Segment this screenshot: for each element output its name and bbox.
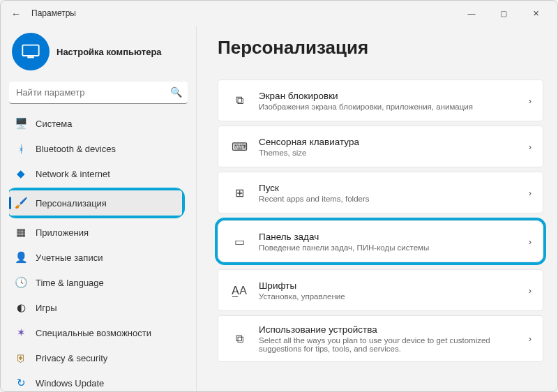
sidebar-item-label: Network & internet — [36, 169, 110, 179]
sidebar-item-10[interactable]: ↻Windows Update — [9, 370, 182, 389]
card-title: Использование устройства — [259, 324, 529, 335]
window-title: Параметры — [31, 8, 76, 18]
card-title: Сенсорная клавиатура — [259, 137, 529, 147]
card-description: Themes, size — [259, 149, 529, 157]
brush-icon: 🖌️ — [15, 197, 27, 209]
settings-card-1[interactable]: ⌨Сенсорная клавиатураThemes, size› — [218, 126, 543, 167]
chevron-right-icon: › — [529, 188, 531, 198]
sidebar-item-3[interactable]: 🖌️Персонализация — [9, 190, 182, 216]
card-description: Установка, управление — [259, 292, 529, 301]
card-title: Шрифты — [259, 280, 529, 291]
chevron-right-icon: › — [529, 96, 531, 106]
search-input[interactable] — [9, 82, 188, 104]
content-area: Персонализация ⧉Экран блокировкиИзображе… — [196, 26, 557, 391]
lock-screen-icon: ⧉ — [229, 94, 249, 107]
card-description: Recent apps and items, folders — [259, 195, 529, 203]
sidebar-item-label: Time & language — [36, 278, 104, 288]
update-icon: ↻ — [15, 377, 27, 389]
sidebar-item-4[interactable]: ▦Приложения — [9, 220, 182, 245]
svg-rect-1 — [27, 56, 33, 58]
settings-card-4[interactable]: A̲AШрифтыУстановка, управление› — [218, 269, 543, 311]
card-description: Select all the ways you plan to use your… — [259, 336, 529, 353]
keyboard-icon: ⌨ — [229, 140, 249, 153]
sidebar-item-label: Учетные записи — [36, 252, 103, 263]
wifi-icon: ◆ — [15, 167, 27, 180]
shield-icon: ⛨ — [15, 352, 27, 364]
sidebar-item-8[interactable]: ✶Специальные возможности — [9, 320, 182, 345]
settings-card-2[interactable]: ⊞ПускRecent apps and items, folders› — [218, 172, 543, 213]
device-usage-icon: ⧉ — [229, 333, 249, 345]
chevron-right-icon: › — [529, 333, 531, 344]
svg-rect-0 — [22, 45, 38, 56]
nav-list: 🖥️СистемаᚼBluetooth & devices◆Network & … — [9, 111, 188, 389]
search-icon: 🔍 — [170, 86, 182, 98]
monitor-icon — [21, 43, 40, 60]
chevron-right-icon: › — [529, 285, 531, 296]
sidebar-item-label: Приложения — [36, 227, 89, 238]
back-button[interactable]: ← — [6, 8, 26, 20]
avatar — [12, 33, 50, 70]
card-description: Изображения экрана блокировки, приложени… — [259, 103, 529, 111]
sidebar-item-label: Система — [36, 119, 72, 129]
settings-card-5[interactable]: ⧉Использование устройстваSelect all the … — [218, 315, 543, 362]
clock-icon: 🕓 — [15, 276, 27, 289]
sidebar-item-label: Игры — [36, 303, 57, 313]
chevron-right-icon: › — [529, 142, 531, 152]
sidebar-item-label: Персонализация — [36, 198, 107, 209]
sidebar-item-9[interactable]: ⛨Privacy & security — [9, 345, 182, 370]
taskbar-icon: ▭ — [229, 235, 249, 248]
sidebar-item-label: Windows Update — [36, 378, 104, 389]
sidebar-item-1[interactable]: ᚼBluetooth & devices — [9, 136, 182, 161]
sidebar-item-6[interactable]: 🕓Time & language — [9, 270, 182, 295]
apps-icon: ▦ — [15, 226, 27, 239]
card-title: Пуск — [259, 183, 529, 193]
search-box[interactable]: 🔍 — [9, 82, 188, 104]
fonts-icon: A̲A — [229, 284, 249, 297]
sidebar-item-5[interactable]: 👤Учетные записи — [9, 245, 182, 270]
start-icon: ⊞ — [229, 186, 249, 199]
titlebar: ← Параметры — ▢ ✕ — [1, 1, 557, 26]
settings-card-3[interactable]: ▭Панель задачПоведение панели задач, ПИН… — [218, 220, 543, 262]
minimize-button[interactable]: — — [455, 9, 488, 17]
sidebar-item-7[interactable]: ◐Игры — [9, 295, 182, 320]
sidebar: Настройка компьютера 🔍 🖥️СистемаᚼBluetoo… — [1, 26, 196, 391]
sidebar-item-2[interactable]: ◆Network & internet — [9, 161, 182, 186]
sidebar-item-label: Специальные возможности — [36, 328, 151, 338]
profile-block[interactable]: Настройка компьютера — [9, 33, 188, 70]
gaming-icon: ◐ — [15, 301, 27, 314]
settings-card-0[interactable]: ⧉Экран блокировкиИзображения экрана блок… — [218, 80, 543, 121]
bluetooth-icon: ᚼ — [15, 143, 27, 155]
account-icon: 👤 — [15, 251, 27, 264]
accessibility-icon: ✶ — [15, 326, 27, 339]
page-title: Персонализация — [218, 37, 543, 59]
card-description: Поведение панели задач, ПИН-коды системы — [259, 243, 529, 252]
chevron-right-icon: › — [529, 236, 531, 247]
card-title: Экран блокировки — [259, 91, 529, 101]
sidebar-item-0[interactable]: 🖥️Система — [9, 111, 182, 136]
display-icon: 🖥️ — [15, 117, 27, 130]
close-button[interactable]: ✕ — [520, 9, 552, 18]
sidebar-item-label: Privacy & security — [36, 353, 107, 363]
profile-name: Настройка компьютера — [56, 47, 162, 57]
card-title: Панель задач — [259, 232, 529, 242]
sidebar-item-label: Bluetooth & devices — [36, 144, 116, 154]
maximize-button[interactable]: ▢ — [488, 9, 520, 18]
